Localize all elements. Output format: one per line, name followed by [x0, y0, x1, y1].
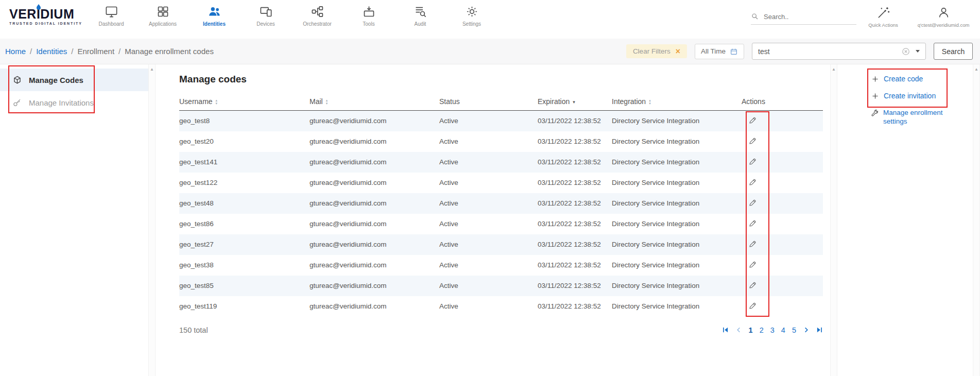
breadcrumb-identities[interactable]: Identities: [36, 47, 67, 56]
quick-actions-button[interactable]: Quick Actions: [861, 5, 905, 28]
prev-page-icon[interactable]: [735, 327, 742, 333]
table-row[interactable]: geo_test119 gtureac@veridiumid.com Activ…: [179, 296, 823, 317]
cell-mail: gtureac@veridiumid.com: [310, 111, 439, 131]
nav-item-devices[interactable]: Devices: [240, 4, 291, 27]
clear-filters-x-icon[interactable]: ×: [676, 48, 680, 55]
first-page-icon[interactable]: [722, 327, 729, 333]
brand-logo[interactable]: VERIDIUM TRUSTED DIGITAL IDENTITY: [9, 7, 82, 25]
create-invitation-link[interactable]: Create invitation: [871, 92, 973, 100]
filter-search-box: [752, 43, 926, 60]
column-header-username[interactable]: Username▴▾: [179, 92, 310, 111]
edit-pencil-icon[interactable]: [748, 157, 757, 166]
edit-pencil-icon[interactable]: [748, 178, 757, 186]
scroll-up-icon[interactable]: ▲: [974, 67, 978, 72]
page-scrollbar[interactable]: ▲: [973, 64, 980, 376]
cell-actions: [742, 173, 823, 193]
main-scrollbar[interactable]: ▲: [830, 64, 837, 376]
column-header-mail[interactable]: Mail▴▾: [310, 92, 439, 111]
nav-item-orchestrator[interactable]: Orchestrator: [291, 4, 343, 27]
cell-integration: Directory Service Integration: [612, 193, 742, 214]
column-header-integration[interactable]: Integration▴▾: [612, 92, 742, 111]
page-number[interactable]: 5: [792, 326, 796, 334]
cell-status: Active: [439, 131, 538, 152]
cell-expiration: 03/11/2022 12:38:52: [538, 152, 612, 173]
cell-mail: gtureac@veridiumid.com: [310, 255, 439, 276]
search-button[interactable]: Search: [934, 43, 973, 60]
cell-status: Active: [439, 296, 538, 317]
nav-item-audit[interactable]: Audit: [394, 4, 446, 27]
dropdown-caret-icon[interactable]: [916, 50, 920, 53]
edit-pencil-icon[interactable]: [748, 116, 757, 125]
cell-username: geo_test86: [179, 214, 310, 234]
user-menu[interactable]: q'ctest@veridiumid.com: [909, 5, 977, 28]
page-number[interactable]: 3: [770, 326, 775, 334]
cell-mail: gtureac@veridiumid.com: [310, 152, 439, 173]
edit-pencil-icon[interactable]: [748, 240, 757, 248]
nav-item-applications[interactable]: Applications: [137, 4, 188, 27]
user-avatar-icon: [937, 5, 951, 20]
last-page-icon[interactable]: [816, 327, 823, 333]
nav-item-settings[interactable]: Settings: [446, 4, 497, 27]
cell-actions: [742, 193, 823, 214]
scroll-up-icon[interactable]: ▲: [832, 67, 836, 72]
sidebar-scrollbar[interactable]: ▲: [148, 64, 156, 376]
table-row[interactable]: geo_test38 gtureac@veridiumid.com Active…: [179, 255, 823, 276]
left-sidebar: Manage Codes Manage Invitations: [0, 64, 148, 376]
page-number[interactable]: 1: [749, 326, 753, 334]
breadcrumb-home[interactable]: Home: [5, 47, 26, 56]
table-row[interactable]: geo_test85 gtureac@veridiumid.com Active…: [179, 276, 823, 296]
cell-status: Active: [439, 255, 538, 276]
tools-icon: [362, 4, 376, 19]
clear-filters-button[interactable]: Clear Filters ×: [626, 44, 687, 58]
table-row[interactable]: geo_test8 gtureac@veridiumid.com Active …: [179, 111, 823, 131]
global-search-input[interactable]: [764, 13, 844, 21]
global-search[interactable]: [751, 12, 856, 25]
scroll-up-icon[interactable]: ▲: [150, 67, 154, 72]
cell-expiration: 03/11/2022 12:38:52: [538, 193, 612, 214]
edit-pencil-icon[interactable]: [748, 301, 757, 310]
edit-pencil-icon[interactable]: [748, 198, 757, 207]
cell-username: geo_test85: [179, 276, 310, 296]
page-number[interactable]: 4: [781, 326, 785, 334]
sidebar-item-manage-codes[interactable]: Manage Codes: [0, 69, 148, 91]
edit-pencil-icon[interactable]: [748, 260, 757, 269]
column-header-expiration[interactable]: Expiration▾: [538, 92, 612, 111]
cell-username: geo_test48: [179, 193, 310, 214]
table-row[interactable]: geo_test27 gtureac@veridiumid.com Active…: [179, 234, 823, 255]
clear-input-icon[interactable]: [902, 47, 910, 56]
manage-enrollment-settings-link[interactable]: Manage enrollment settings: [870, 109, 973, 126]
next-page-icon[interactable]: [803, 327, 810, 333]
cell-status: Active: [439, 214, 538, 234]
cell-username: geo_test27: [179, 234, 310, 255]
page-number[interactable]: 2: [760, 326, 764, 334]
edit-pencil-icon[interactable]: [748, 136, 757, 145]
breadcrumb-bar: Home / Identities / Enrollment / Manage …: [0, 39, 980, 64]
cell-mail: gtureac@veridiumid.com: [310, 193, 439, 214]
brand-name: VERIDIUM: [9, 7, 82, 21]
total-count: 150 total: [179, 326, 208, 334]
cell-integration: Directory Service Integration: [612, 131, 742, 152]
nav-item-tools[interactable]: Tools: [343, 4, 394, 27]
column-header-actions: Actions: [742, 92, 823, 111]
cell-username: geo_test141: [179, 152, 310, 173]
cell-expiration: 03/11/2022 12:38:52: [538, 111, 612, 131]
nav-item-identities[interactable]: Identities: [188, 4, 240, 27]
edit-pencil-icon[interactable]: [748, 219, 757, 228]
cell-expiration: 03/11/2022 12:38:52: [538, 214, 612, 234]
table-row[interactable]: geo_test86 gtureac@veridiumid.com Active…: [179, 214, 823, 234]
table-row[interactable]: geo_test48 gtureac@veridiumid.com Active…: [179, 193, 823, 214]
edit-pencil-icon[interactable]: [748, 281, 757, 289]
calendar-icon: [730, 47, 738, 56]
cell-username: geo_test8: [179, 111, 310, 131]
nav-item-dashboard[interactable]: Dashboard: [85, 4, 137, 27]
filter-search-input[interactable]: [758, 47, 896, 56]
create-code-link[interactable]: Create code: [871, 75, 973, 83]
time-range-button[interactable]: All Time: [695, 44, 744, 59]
table-row[interactable]: geo_test141 gtureac@veridiumid.com Activ…: [179, 152, 823, 173]
sidebar-item-manage-invitations[interactable]: Manage Invitations: [0, 91, 148, 114]
cell-status: Active: [439, 111, 538, 131]
cell-status: Active: [439, 193, 538, 214]
table-row[interactable]: geo_test20 gtureac@veridiumid.com Active…: [179, 131, 823, 152]
column-header-status[interactable]: Status: [439, 92, 538, 111]
table-row[interactable]: geo_test122 gtureac@veridiumid.com Activ…: [179, 173, 823, 193]
